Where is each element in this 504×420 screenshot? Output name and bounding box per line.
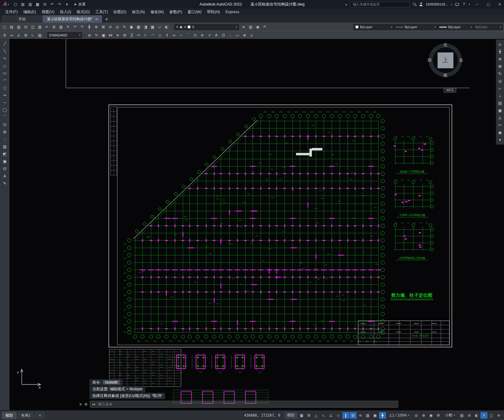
transparency-toggle[interactable]: ▨ [364,412,371,419]
layer-properties-button[interactable]: ≡ [240,24,247,30]
menu-edit[interactable]: 编辑(E) [21,9,39,15]
cart-icon[interactable] [455,2,459,6]
compass-north-label[interactable]: 北 [443,42,447,48]
menu-parametric[interactable]: 参数(P) [167,9,185,15]
zoom-previous-button[interactable]: ⊖ [107,24,114,30]
osnap-toggle[interactable]: ⊙ [350,412,357,419]
revcloud-tool[interactable]: ≈ [1,92,9,98]
mirror-button[interactable]: ⋈ [107,32,114,38]
dim-diameter-button[interactable]: ⊘ [199,32,206,38]
ellipse-tool[interactable]: ◯ [1,107,9,113]
stretch-button[interactable]: ↔ [171,32,177,38]
otrack-toggle[interactable]: ∥ [342,412,349,419]
compass-west-label[interactable]: 西 [428,58,432,63]
command-close-icon[interactable]: ✕ [79,402,82,407]
array-button[interactable]: ⊞ [121,32,128,38]
save-as-button[interactable]: ▦ [34,1,41,8]
extend-button[interactable]: ⊢ [142,32,149,38]
copy-button[interactable]: ⊞ [51,24,57,30]
paste-button[interactable]: ▨ [58,24,64,30]
cut-button[interactable]: ✂ [44,24,50,30]
lineweight-display-toggle[interactable]: ≡ [357,412,364,419]
named-views-button[interactable]: ▤ [496,100,504,106]
model-layout-tab[interactable]: 模型 [2,412,17,419]
plot-preview-button[interactable]: ◫ [29,24,36,30]
camera-button[interactable]: ◉ [496,129,504,136]
dim-linear-button[interactable]: ↔ [8,32,15,38]
autoscale-toggle[interactable]: ⊕ [420,412,427,419]
menu-modify[interactable]: 修改(M) [148,9,167,15]
tab-start[interactable]: 开始 [2,15,42,23]
collapse-search-icon[interactable]: ▸ [346,3,347,6]
menu-format[interactable]: 格式(O) [74,9,93,15]
recent-commands-icon[interactable]: ▸▾ [93,403,95,406]
polygon-tool[interactable]: ◇ [1,62,9,69]
search-icon[interactable] [413,2,416,6]
publish-button[interactable]: ▧ [36,24,43,30]
single-text-button[interactable]: A [213,32,220,38]
zoom-realtime-button[interactable]: ⊕ [93,24,100,30]
menu-view[interactable]: 视图(V) [39,9,57,15]
properties-palette-button[interactable]: ▣ [128,24,135,30]
insert-block-tool[interactable]: ⊡ [1,121,9,128]
quick-properties-toggle[interactable]: ▤ [458,412,465,419]
scale-button[interactable]: ↕ [164,32,170,38]
share-button[interactable]: ➤ 共享 [70,2,89,7]
compass-south-label[interactable]: 南 [443,73,447,78]
customize-quick-access-button[interactable]: ▾ [63,1,70,8]
text-style-button[interactable]: A [1,32,8,38]
graphics-performance-toggle[interactable]: ⚡ [480,412,487,419]
rotate-button[interactable]: ↻ [93,32,100,38]
menu-window[interactable]: 窗口(W) [185,9,204,15]
selection-cycling-toggle[interactable]: ▣ [372,412,379,419]
layer-dropdown[interactable]: ☀ ● ⊘ 0 ▾ [174,24,239,30]
dim-radius-button[interactable]: ⊙ [192,32,199,38]
annotation-visibility-toggle[interactable]: ◎ [413,412,420,419]
search-input[interactable] [350,2,410,7]
command-input[interactable]: ▸▾ 键入命令 [90,401,398,408]
show-motion-button[interactable]: ▹ [496,85,504,92]
ucs-toggle-button[interactable]: ⊥ [496,93,504,99]
designcenter-button[interactable]: ▦ [135,24,142,30]
new-tab-button[interactable]: + [104,16,110,22]
menu-tools[interactable]: 工具(T) [93,9,111,15]
annotation-scale-button[interactable]: 1:1 / 100% ▾ [387,412,412,419]
cad-drawing[interactable]: 5800624033007020220051006900390045003000… [9,39,496,410]
measure-button[interactable]: ∠ [496,115,504,121]
layer-previous-button[interactable]: ↶ [261,24,268,30]
trim-button[interactable]: ✂ [135,32,142,38]
units-button[interactable]: 小数 ▾ [442,412,458,419]
viewcube-home-button[interactable]: ⌂ [496,41,504,47]
markup-button[interactable]: ▱ [156,24,163,30]
app-menu-button[interactable]: A ▾ [0,0,12,9]
orbit-nav-button[interactable]: ↻ [496,70,504,77]
lengthen-button[interactable]: ∼ [178,32,184,38]
plot-button[interactable]: ⊟ [41,1,48,8]
steering-wheel-button[interactable]: ◎ [496,78,504,84]
rectangle-tool[interactable]: ▭ [1,70,9,76]
linetype-dropdown[interactable]: ByLayer ▾ [394,24,438,30]
viewcube-top-face[interactable]: 上 [438,52,453,68]
customization-button[interactable]: ≡ [495,412,502,419]
create-block-tool[interactable]: ⊞ [1,129,9,135]
orbit-button[interactable]: ↻ [121,24,128,30]
point-tool[interactable]: ∴ [1,136,9,142]
save-doc-button[interactable]: ▥ [15,24,22,30]
menu-file[interactable]: 文件(F) [2,9,21,15]
redo-toolbar-button[interactable]: ↷ [79,24,85,30]
mtext-tool[interactable]: A [1,173,9,179]
move-button[interactable]: ⇄ [86,32,93,38]
hatch-button[interactable]: ▨ [36,32,43,38]
circle-tool[interactable]: ○ [1,85,9,91]
save-button[interactable]: ▥ [27,1,33,8]
compass-east-label[interactable]: 东 [459,58,463,63]
tab-document[interactable]: 某小区框架住宅结构设计图* ✕ [43,15,102,23]
zoom-window-button[interactable]: ⊠ [100,24,107,30]
region-button[interactable]: ▭ [234,32,241,38]
wcs-chip[interactable]: WCS [444,88,456,93]
xline-tool[interactable]: ╲ [1,48,9,54]
isolate-objects-button[interactable]: ◐ [473,412,480,419]
close-tab-icon[interactable]: ✕ [95,17,98,21]
model-canvas[interactable]: 5800624033007020220051006900390045003000… [9,39,496,410]
open-button[interactable]: ▤ [8,24,15,30]
